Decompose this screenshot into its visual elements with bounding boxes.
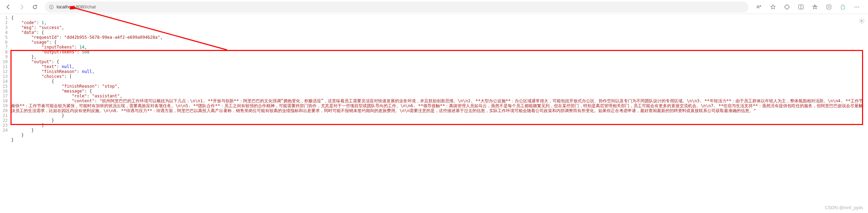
qr-button[interactable] <box>837 1 849 13</box>
svg-point-11 <box>856 6 857 7</box>
back-button[interactable] <box>3 1 14 13</box>
svg-point-10 <box>855 6 855 7</box>
address-bar[interactable]: localhost:8080/chat <box>45 1 748 13</box>
downloads-button[interactable] <box>823 1 835 13</box>
collections-button[interactable] <box>809 1 821 13</box>
split-screen-button[interactable] <box>795 1 807 13</box>
page-content: 123456789101112131415161718192021222324 … <box>0 14 868 142</box>
browser-toolbar: localhost:8080/chat Aᴬ <box>0 0 868 14</box>
url-host: localhost <box>57 4 74 9</box>
read-aloud-button[interactable]: Aᴬ <box>753 1 765 13</box>
svg-point-1 <box>51 6 52 6</box>
url-text: localhost:8080/chat <box>57 4 96 9</box>
svg-point-9 <box>843 6 844 7</box>
refresh-button[interactable] <box>29 1 41 13</box>
url-path: :8080/chat <box>74 4 96 9</box>
favorite-button[interactable] <box>767 1 779 13</box>
svg-rect-2 <box>51 7 51 8</box>
svg-point-12 <box>858 6 859 7</box>
extension-button[interactable] <box>781 1 793 13</box>
toolbar-right: Aᴬ <box>753 1 865 13</box>
line-number-gutter: 123456789101112131415161718192021222324 <box>0 15 10 133</box>
more-button[interactable] <box>851 1 863 13</box>
json-viewer: { "code": 1, "msg": "success", "data": {… <box>11 15 868 142</box>
info-icon <box>49 5 54 9</box>
watermark: CSDN @mnf_yyds <box>825 205 863 210</box>
forward-button[interactable] <box>16 1 27 13</box>
svg-point-8 <box>842 6 843 7</box>
